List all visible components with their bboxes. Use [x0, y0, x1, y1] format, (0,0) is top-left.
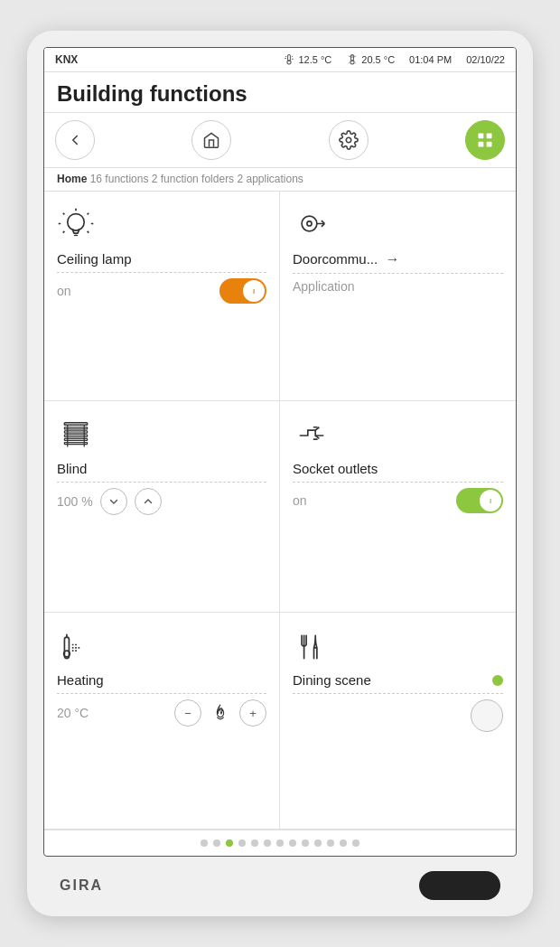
back-icon — [67, 132, 83, 148]
grid-view-button[interactable] — [465, 120, 505, 160]
inside-temp: 20.5 °C — [346, 53, 395, 66]
doorbell-icon — [293, 207, 331, 245]
svg-line-12 — [63, 213, 65, 215]
breadcrumb-info: 16 functions 2 function folders 2 applic… — [90, 173, 303, 185]
device-frame: KNX 12.5 °C — [27, 31, 533, 916]
blind-cell: Blind 100 % — [44, 401, 280, 613]
ceiling-lamp-status: on — [57, 284, 71, 298]
ceiling-lamp-cell: Ceiling lamp on I — [44, 192, 280, 401]
socket-status: on — [293, 493, 307, 508]
socket-toggle-knob: I — [480, 490, 501, 511]
chevron-down-icon — [107, 495, 120, 508]
flame-icon — [210, 703, 230, 723]
svg-rect-7 — [487, 134, 492, 139]
thermometer-inside-icon — [346, 53, 359, 66]
home-icon — [202, 131, 220, 149]
system-label: KNX — [55, 53, 78, 66]
socket-toggle[interactable]: I — [456, 488, 503, 513]
thermometer-outside-icon — [283, 53, 295, 66]
outside-temp-value: 12.5 °C — [298, 54, 331, 65]
dining-icon-container — [293, 625, 503, 669]
page-dot-5[interactable] — [251, 839, 258, 847]
heating-control: 20 °C − + — [57, 699, 266, 727]
blind-icon-container — [57, 414, 266, 457]
page-dot-9[interactable] — [302, 839, 309, 847]
blind-icon — [57, 417, 95, 455]
page-title: Building functions — [44, 72, 516, 113]
page-dot-8[interactable] — [289, 839, 296, 847]
dining-scene-control — [293, 699, 503, 732]
outside-temp: 12.5 °C — [283, 53, 331, 66]
chevron-up-icon — [142, 495, 154, 508]
dining-icon — [293, 628, 331, 666]
page-dot-2[interactable] — [213, 839, 220, 847]
svg-line-16 — [63, 231, 65, 233]
ceiling-lamp-toggle[interactable]: I — [219, 278, 266, 304]
time-value: 01:04 PM — [409, 54, 452, 65]
home-nav-button[interactable] — [191, 120, 231, 160]
blind-up-button[interactable] — [135, 488, 162, 515]
heating-status: 20 °C — [57, 706, 89, 720]
page-dot-10[interactable] — [314, 839, 322, 847]
svg-point-20 — [302, 216, 317, 231]
heating-icon-container — [57, 625, 266, 669]
page-dot-12[interactable] — [340, 839, 347, 847]
blind-down-button[interactable] — [100, 488, 127, 515]
page-dot-11[interactable] — [327, 839, 334, 847]
physical-home-button[interactable] — [419, 871, 500, 900]
bottom-bar: GIRA — [43, 857, 517, 900]
heating-cell: Heating 20 °C − + — [44, 613, 280, 830]
socket-outlets-cell: Socket outlets on I — [280, 401, 516, 613]
status-icons: 12.5 °C 20.5 °C 01:04 PM 02/10/22 — [283, 53, 505, 66]
nav-bar — [44, 113, 516, 168]
page-dot-6[interactable] — [264, 839, 271, 847]
svg-point-5 — [346, 137, 351, 143]
bulb-icon — [57, 207, 95, 245]
heating-plus-button[interactable]: + — [239, 699, 266, 727]
svg-line-13 — [88, 213, 89, 215]
blind-status: 100 % — [57, 494, 93, 509]
plus-icon: + — [249, 707, 257, 720]
blind-name: Blind — [57, 461, 266, 483]
page-dot-7[interactable] — [276, 839, 284, 847]
doorcom-icon-container — [293, 204, 503, 248]
ceiling-lamp-icon-container — [57, 204, 266, 248]
dining-scene-name: Dining scene — [293, 672, 503, 694]
svg-rect-35 — [64, 637, 69, 659]
back-button[interactable] — [55, 120, 95, 160]
ceiling-lamp-control: on I — [57, 278, 266, 304]
page-dot-13[interactable] — [352, 839, 359, 847]
doorcom-control: Application — [293, 279, 503, 294]
dining-scene-button[interactable] — [471, 699, 503, 732]
function-grid: Ceiling lamp on I — [44, 192, 516, 830]
status-bar: KNX 12.5 °C — [44, 48, 516, 72]
socket-icon-container — [293, 414, 503, 457]
doorcom-arrow[interactable]: → — [385, 251, 399, 267]
socket-name: Socket outlets — [293, 461, 503, 483]
socket-icon — [293, 417, 331, 455]
settings-button[interactable] — [329, 120, 369, 160]
doorcom-name: Doorcommu... → — [293, 251, 503, 274]
screen: KNX 12.5 °C — [43, 47, 517, 857]
page-dot-4[interactable] — [238, 839, 246, 847]
gear-icon — [339, 130, 359, 150]
svg-line-17 — [88, 231, 89, 233]
inside-temp-value: 20.5 °C — [361, 54, 395, 65]
svg-point-10 — [68, 214, 84, 230]
svg-rect-25 — [64, 423, 87, 426]
doorcom-status: Application — [293, 279, 355, 294]
page-dot-1[interactable] — [201, 839, 208, 847]
breadcrumb-home: Home — [57, 173, 87, 185]
minus-icon: − — [184, 707, 191, 720]
svg-rect-8 — [478, 142, 483, 147]
svg-rect-6 — [478, 134, 483, 139]
dining-active-dot — [492, 675, 503, 686]
toggle-knob: I — [243, 280, 265, 302]
page-dot-3[interactable] — [226, 839, 233, 847]
date-value: 02/10/22 — [466, 54, 505, 65]
heating-minus-button[interactable]: − — [174, 699, 201, 727]
svg-rect-4 — [350, 56, 355, 57]
doorcom-cell: Doorcommu... → Application — [280, 192, 516, 401]
dining-scene-cell: Dining scene — [280, 613, 516, 830]
heating-icon — [57, 628, 95, 666]
